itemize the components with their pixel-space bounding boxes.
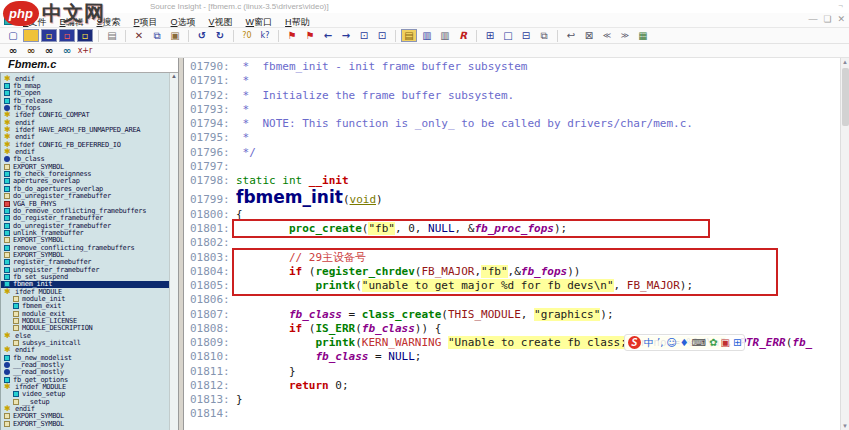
scroll-up-icon[interactable]: ▲: [171, 73, 177, 79]
ime-voice-icon[interactable]: ♦: [680, 336, 689, 349]
code-token: register_chrdev: [315, 265, 414, 278]
code-line-01801[interactable]: 01801: proc_create("fb", 0, NULL, &fb_pr…: [190, 222, 840, 236]
code-line-01803[interactable]: 01803: // 29主设备号: [190, 251, 840, 265]
code-line-01810[interactable]: 01810: fb_class = NULL;: [190, 350, 840, 364]
minimize-icon[interactable]: —: [808, 14, 817, 24]
code-line-01811[interactable]: 01811: }: [190, 365, 840, 379]
code-line-01797[interactable]: 01797:: [190, 160, 840, 174]
tile-four-windows-icon[interactable]: ⊞: [482, 29, 498, 42]
close-icon[interactable]: ✕: [837, 14, 845, 24]
undo-icon[interactable]: ↺: [194, 29, 210, 42]
restore-icon[interactable]: ❏: [823, 14, 831, 24]
ime-emoji-icon[interactable]: ☺: [666, 336, 676, 349]
code-token: , 0,: [395, 222, 428, 235]
relation-window-icon[interactable]: ▥: [419, 29, 435, 42]
maximize-window-icon[interactable]: □: [500, 29, 516, 42]
cut-icon[interactable]: ✕: [131, 29, 147, 42]
prev-result-icon[interactable]: ≪: [599, 29, 615, 42]
context-help-icon[interactable]: k?: [257, 29, 273, 42]
menu-item-6[interactable]: W窗口: [246, 17, 282, 27]
copy-icon[interactable]: ⧉: [149, 29, 165, 42]
code-line-01792[interactable]: 01792: * Initialize the frame buffer sub…: [190, 89, 840, 103]
menu-item-3[interactable]: P项目: [134, 17, 167, 27]
code-token: fb_class: [315, 350, 368, 363]
save-file-icon[interactable]: ▫: [41, 29, 57, 42]
save-all-icon[interactable]: ▫: [77, 29, 93, 42]
code-token: KERN_WARNING: [362, 336, 441, 349]
save-as-icon[interactable]: ▫: [59, 29, 75, 42]
code-line-01793[interactable]: 01793: *: [190, 103, 840, 117]
cascade-windows-icon[interactable]: ⧉: [536, 29, 552, 42]
code-line-01806[interactable]: 01806:: [190, 293, 840, 307]
editor-vertical-scrollbar[interactable]: ▲ ▼: [840, 58, 849, 430]
menu-item-4[interactable]: O选项: [171, 17, 205, 27]
redo-icon[interactable]: ↻: [212, 29, 228, 42]
line-number: 01809:: [190, 336, 236, 350]
menu-item-7[interactable]: H帮助: [285, 17, 319, 27]
code-line-01791[interactable]: 01791: *: [190, 74, 840, 88]
bookmark-set-icon[interactable]: ⚑: [284, 29, 300, 42]
line-number: 01811:: [190, 365, 236, 379]
ime-toolbox-icon[interactable]: ▣: [721, 336, 730, 349]
search-project-icon[interactable]: ∞: [23, 44, 39, 57]
code-line-01802[interactable]: 01802:: [190, 236, 840, 250]
code-line-01812[interactable]: 01812: return 0;: [190, 379, 840, 393]
select-block-icon[interactable]: ⊠: [581, 29, 597, 42]
scrollbar-down-icon[interactable]: ▼: [841, 423, 849, 429]
code-line-01794[interactable]: 01794: * NOTE: This function is _only_ t…: [190, 117, 840, 131]
goto-next-link-icon[interactable]: ⊡: [374, 29, 390, 42]
print-icon[interactable]: ▤: [104, 29, 120, 42]
nav-forward-icon[interactable]: →: [338, 29, 354, 42]
scrollbar-thumb[interactable]: [842, 68, 849, 126]
sogou-ime-logo-icon[interactable]: S: [628, 336, 641, 349]
code-token: [236, 336, 315, 349]
search-replace-icon[interactable]: ?0: [239, 29, 255, 42]
new-file-icon[interactable]: ▢: [5, 29, 21, 42]
goto-prev-link-icon[interactable]: ⊡: [356, 29, 372, 42]
code-line-01800[interactable]: 01800:{: [190, 208, 840, 222]
search-context-icon[interactable]: ∞: [59, 44, 75, 57]
ime-keyboard-icon[interactable]: ⌨: [692, 336, 706, 349]
code-token: return: [289, 379, 329, 392]
scrollbar-up-icon[interactable]: ▲: [841, 59, 849, 65]
symbol-list[interactable]: ✱endiffb_mmapfb_openfb_releasefb_fops✱if…: [0, 73, 178, 430]
code-line-01807[interactable]: 01807: fb_class = class_create(THIS_MODU…: [190, 308, 840, 322]
code-line-01795[interactable]: 01795: *: [190, 131, 840, 145]
code-line-01799[interactable]: 01799:fbmem_init(void): [190, 188, 840, 208]
code-line-01805[interactable]: 01805: printk("unable to get major %d fo…: [190, 279, 840, 293]
ime-more-icon[interactable]: ⊞: [733, 336, 741, 349]
code-token: )) {: [415, 322, 442, 335]
code-line-01813[interactable]: 01813:}: [190, 393, 840, 407]
symbol-item-EXPORT_SYMBOL[interactable]: EXPORT_SYMBOL: [1, 420, 178, 427]
code-line-01798[interactable]: 01798:static int __init: [190, 174, 840, 188]
search-files-icon[interactable]: ∞: [41, 44, 57, 57]
symbol-list-scrollbar[interactable]: ▲: [169, 73, 178, 430]
code-line-01790[interactable]: 01790: * fbmem_init - init frame buffer …: [190, 60, 840, 74]
bookmark-next-icon[interactable]: ⚑: [302, 29, 318, 42]
code-line-01796[interactable]: 01796: */: [190, 146, 840, 160]
search-icon[interactable]: ∞: [5, 44, 21, 57]
ime-skin-icon[interactable]: ✿: [709, 336, 717, 349]
code-line-01814[interactable]: 01814:: [190, 407, 840, 421]
code-editor[interactable]: 01790: * fbmem_init - init frame buffer …: [184, 58, 840, 430]
search-and-replace-icon[interactable]: x+r: [77, 44, 93, 57]
open-file-icon[interactable]: [23, 29, 39, 42]
macro-icon: [4, 193, 10, 199]
next-result-icon[interactable]: ≫: [617, 29, 633, 42]
ime-mode-chinese-icon[interactable]: 中: [644, 336, 654, 349]
color-format-icon[interactable]: ▦: [635, 29, 651, 42]
ime-status-bar[interactable]: S 中’,☺♦⌨✿▣⊞: [624, 334, 745, 351]
tile-horizontal-icon[interactable]: ⊟: [518, 29, 534, 42]
function-icon: [4, 355, 10, 361]
lookup-references-icon[interactable]: ▥: [437, 29, 453, 42]
function-icon: [4, 186, 10, 192]
paste-icon[interactable]: ▣: [167, 29, 183, 42]
code-line-01804[interactable]: 01804: if (register_chrdev(FB_MAJOR,"fb"…: [190, 265, 840, 279]
link-back-icon[interactable]: ↩: [563, 29, 579, 42]
ime-punctuation-icon[interactable]: ’,: [657, 336, 663, 349]
code-token: [236, 251, 289, 264]
nav-back-icon[interactable]: ←: [320, 29, 336, 42]
symbol-window-icon[interactable]: ▤: [401, 29, 417, 42]
menu-item-5[interactable]: V视图: [209, 17, 242, 27]
reference-tool-icon[interactable]: R: [455, 29, 471, 42]
